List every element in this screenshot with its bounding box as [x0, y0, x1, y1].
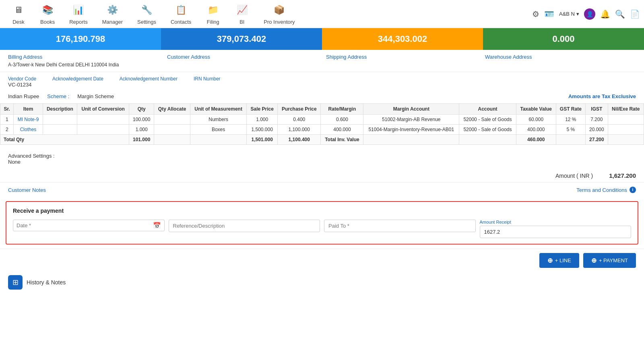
cell-purchase-price: 0.400 — [278, 115, 321, 125]
nav-item-books[interactable]: 📚 Books — [33, 0, 62, 28]
contacts-icon: 📋 — [174, 3, 188, 17]
history-section: ⊞ History & Notes — [0, 272, 644, 293]
history-icon[interactable]: ⊞ — [8, 275, 23, 290]
nav-item-manager[interactable]: ⚙️ Manager — [95, 0, 130, 28]
avatar-icon[interactable]: 👤 — [584, 8, 595, 20]
nav-item-settings[interactable]: 🔧 Settings — [130, 0, 163, 28]
col-header-purchase-price: Purchase Price — [278, 104, 321, 115]
paid-to-input[interactable] — [324, 220, 476, 232]
reference-input[interactable] — [169, 220, 320, 232]
total-qty: 101.000 — [129, 135, 154, 145]
date-input-wrapper[interactable]: 📅 — [13, 220, 165, 231]
add-line-button[interactable]: ⊕ + LINE — [539, 253, 579, 268]
col-header-nil-exe-rate: Nil/Exe Rate — [608, 104, 644, 115]
notification-icon[interactable]: 🔔 — [600, 9, 610, 19]
nav-item-contacts[interactable]: 📋 Contacts — [163, 0, 198, 28]
nav-right: ⚙ 🪪 A&B N ▾ 👤 🔔 🔍 📄 — [532, 8, 640, 20]
col-header-uom: Unit of Measurement — [190, 104, 246, 115]
cell-sr: 1 — [0, 115, 14, 125]
col-header-qty-allocate: Qty Allocate — [154, 104, 190, 115]
summary-card-2: 379,073.402 — [161, 28, 322, 50]
table-row: 1 MI Note-9 100.000 Numbers 1.000 0.400 … — [0, 115, 644, 125]
cell-item: Clothes — [14, 125, 43, 135]
reference-field — [169, 220, 320, 232]
chevron-down-icon: ▾ — [576, 11, 579, 17]
date-field: 📅 — [13, 220, 165, 231]
document-icon[interactable]: 📄 — [630, 9, 640, 19]
gear-icon[interactable]: ⚙ — [532, 9, 539, 19]
bottom-bar: ⊕ + LINE ⊕ + PAYMENT — [0, 249, 644, 272]
cell-margin-account: 51004-Margin-Inventory-Revenue-AB01 — [363, 125, 459, 135]
calendar-icon[interactable]: 📅 — [153, 222, 161, 229]
receive-payment-title: Receive a payment — [13, 208, 631, 214]
line-items-table-wrapper: Sr. Item Description Unit of Conversion … — [0, 103, 644, 145]
summary-value-1: 176,190.798 — [56, 34, 105, 44]
nav-item-desk[interactable]: 🖥 Desk — [4, 0, 33, 28]
terms-conditions-link[interactable]: Terms and Conditions — [576, 187, 627, 193]
cell-uom: Numbers — [190, 115, 246, 125]
cell-account: 52000 - Sale of Goods — [459, 115, 516, 125]
ack-number-label: Acknowledgement Number — [120, 76, 178, 82]
cell-gst-rate: 5 % — [556, 125, 585, 135]
nav-item-filing[interactable]: 📁 Filing — [198, 0, 227, 28]
nav-item-reports[interactable]: 📊 Reports — [62, 0, 95, 28]
cell-qty: 1.000 — [129, 125, 154, 135]
amount-row: Amount ( INR ) 1,627.200 — [0, 169, 644, 182]
nav-label-desk: Desk — [12, 19, 25, 25]
item-link[interactable]: MI Note-9 — [18, 117, 39, 122]
cell-description — [43, 125, 77, 135]
cell-description — [43, 115, 77, 125]
add-line-label: + LINE — [555, 257, 571, 263]
cell-uom: Boxes — [190, 125, 246, 135]
nav-item-bi[interactable]: 📈 BI — [227, 0, 256, 28]
ack-date-field: Acknowledgement Date — [52, 76, 103, 88]
manager-icon: ⚙️ — [105, 3, 120, 17]
search-icon[interactable]: 🔍 — [615, 9, 625, 19]
summary-card-3: 344,303.002 — [322, 28, 483, 50]
col-header-item: Item — [14, 104, 43, 115]
scheme-value: Margin Scheme — [77, 93, 114, 99]
id-card-icon[interactable]: 🪪 — [544, 9, 554, 19]
summary-value-2: 379,073.402 — [217, 34, 266, 44]
info-icon[interactable]: i — [630, 187, 636, 193]
add-payment-button[interactable]: ⊕ + PAYMENT — [583, 253, 636, 268]
summary-value-4: 0.000 — [552, 34, 574, 44]
nav-label-filing: Filing — [207, 19, 219, 25]
amount-receipt-input[interactable] — [480, 226, 632, 238]
plus-icon-payment: ⊕ — [591, 257, 597, 264]
warehouse-address-link[interactable]: Warehouse Address — [485, 54, 636, 60]
col-header-unit-conversion: Unit of Conversion — [77, 104, 129, 115]
col-header-rate-margin: Rate/Margin — [321, 104, 363, 115]
books-icon: 📚 — [40, 3, 55, 17]
nav-label-reports: Reports — [69, 19, 88, 25]
irn-label: IRN Number — [194, 76, 221, 82]
customer-address-link[interactable]: Customer Address — [167, 54, 318, 60]
vendor-code-label: Vendor Code — [8, 76, 36, 82]
total-account — [459, 135, 516, 145]
cell-unit-conversion — [77, 125, 129, 135]
shipping-address-link[interactable]: Shipping Address — [326, 54, 477, 60]
ack-number-field: Acknowledgement Number — [120, 76, 178, 88]
scheme-left: Indian Rupee Scheme : Margin Scheme — [8, 93, 114, 99]
nav-label-settings: Settings — [137, 19, 156, 25]
item-link[interactable]: Clothes — [20, 127, 37, 132]
total-uom — [190, 135, 246, 145]
terms-right: Terms and Conditions i — [576, 187, 636, 193]
warehouse-address-col: Warehouse Address — [485, 54, 636, 68]
summary-card-4: 0.000 — [483, 28, 644, 50]
amount-receipt-field: Amount Receipt — [480, 220, 632, 238]
nav-item-pro-inventory[interactable]: 📦 Pro Inventory — [256, 0, 302, 28]
user-dropdown[interactable]: A&B N ▾ — [559, 11, 579, 17]
cell-sale-price: 1,500.000 — [247, 125, 278, 135]
cell-gst-rate: 12 % — [556, 115, 585, 125]
date-input[interactable] — [17, 222, 153, 228]
shipping-address-col: Shipping Address — [326, 54, 477, 68]
total-gst-rate — [556, 135, 585, 145]
total-sale-price: 1,501.000 — [247, 135, 278, 145]
customer-notes-link[interactable]: Customer Notes — [8, 187, 46, 193]
user-name: A&B N — [559, 11, 575, 17]
billing-address-link[interactable]: Billing Address — [8, 54, 159, 60]
scheme-row: Indian Rupee Scheme : Margin Scheme Amou… — [0, 89, 644, 103]
nav-label-contacts: Contacts — [171, 19, 191, 25]
total-qty-allocate — [154, 135, 190, 145]
